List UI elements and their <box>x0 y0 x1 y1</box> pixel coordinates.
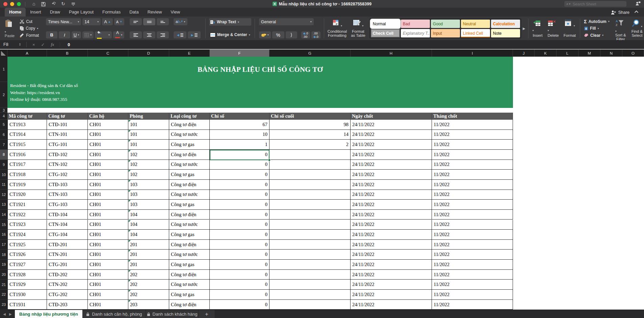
conditional-formatting-button[interactable]: ≠ ▾ ConditionalFormatting <box>326 18 349 38</box>
decrease-decimal-button[interactable]: .00◆.0 <box>311 31 320 38</box>
row-header-11[interactable]: 11 <box>0 180 7 190</box>
enter-icon[interactable]: ✓ <box>41 42 45 47</box>
cell[interactable]: CTG-202 <box>47 290 88 300</box>
cell[interactable]: 104 <box>128 210 169 220</box>
font-size-select[interactable]: 14▾ <box>82 18 101 25</box>
cell[interactable]: CH01 <box>88 220 128 230</box>
cell[interactable]: CTĐ-101 <box>47 120 88 130</box>
cell[interactable]: 24/11/2022 <box>351 220 432 230</box>
row-header-21[interactable]: 21 <box>0 280 7 290</box>
cell[interactable] <box>269 150 351 160</box>
cell[interactable]: 11/2022 <box>432 190 513 200</box>
cell[interactable]: CTĐ-102 <box>47 150 88 160</box>
cell[interactable]: 24/11/2022 <box>351 300 432 310</box>
cell[interactable]: CTN-101 <box>47 130 88 140</box>
sheet-tab[interactable]: Danh sách khách hàng <box>146 310 199 318</box>
cell[interactable]: 11/2022 <box>432 270 513 280</box>
paste-button[interactable]: ▾ Paste <box>3 18 16 38</box>
row-header-5[interactable]: 5 <box>0 120 7 130</box>
cell[interactable]: 103 <box>128 190 169 200</box>
cell[interactable]: CH01 <box>88 140 128 150</box>
row-header-13[interactable]: 13 <box>0 200 7 210</box>
minimize-window-button[interactable] <box>10 2 14 6</box>
cell[interactable]: CT1926 <box>7 250 47 260</box>
autosum-button[interactable]: Σ AutoSum▾ <box>583 18 611 25</box>
cell[interactable]: 11/2022 <box>432 290 513 300</box>
cell[interactable]: 202 <box>128 270 169 280</box>
cell[interactable] <box>269 200 351 210</box>
align-left-button[interactable] <box>130 31 142 38</box>
column-header-J[interactable]: J <box>513 50 535 57</box>
cell[interactable]: CTG-104 <box>47 230 88 240</box>
align-top-button[interactable] <box>130 18 142 25</box>
copy-button[interactable]: Copy▾ <box>19 25 40 32</box>
cell-style-normal[interactable]: Normal <box>371 20 400 28</box>
cell[interactable]: 0 <box>210 250 269 260</box>
cell[interactable] <box>269 250 351 260</box>
cell[interactable]: Công tơ nước <box>169 220 210 230</box>
cell[interactable]: CT1923 <box>7 220 47 230</box>
cell[interactable]: CH01 <box>88 290 128 300</box>
name-box-stepper[interactable]: ▲▼ <box>19 43 21 46</box>
ribbon-tab-insert[interactable]: Insert <box>26 8 46 17</box>
cell[interactable]: CT1915 <box>7 140 47 150</box>
row-header-4[interactable]: 4 <box>0 113 7 120</box>
insert-cells-button[interactable]: ▾ Insert <box>531 18 544 38</box>
row-header-18[interactable]: 18 <box>0 250 7 260</box>
cell[interactable]: 24/11/2022 <box>351 120 432 130</box>
row-header-20[interactable]: 20 <box>0 270 7 280</box>
prev-sheet-arrow-icon[interactable]: ◀ <box>3 312 6 316</box>
row-header-3[interactable]: 3 <box>0 108 7 113</box>
cell[interactable] <box>269 280 351 290</box>
row-header-10[interactable]: 10 <box>0 170 7 180</box>
row-header-15[interactable]: 15 <box>0 220 7 230</box>
format-as-table-button[interactable]: ▾ Formatas Table <box>350 18 367 38</box>
delete-cells-button[interactable]: ✕ ▾ Delete <box>546 18 560 38</box>
cell[interactable]: CTN-102 <box>47 160 88 170</box>
cell[interactable]: 24/11/2022 <box>351 180 432 190</box>
collapse-ribbon-button[interactable] <box>634 8 639 17</box>
cell[interactable]: CH01 <box>88 250 128 260</box>
name-box[interactable]: F8 <box>0 42 19 47</box>
row-header-19[interactable]: 19 <box>0 260 7 270</box>
column-header-H[interactable]: H <box>351 50 432 57</box>
cell[interactable] <box>269 240 351 250</box>
cell[interactable]: Công tơ điện <box>169 150 210 160</box>
cell[interactable]: 0 <box>210 220 269 230</box>
row-header-7[interactable]: 7 <box>0 140 7 150</box>
next-sheet-arrow-icon[interactable]: ▶ <box>9 312 12 316</box>
row-header-22[interactable]: 22 <box>0 290 7 300</box>
row-header-1[interactable]: 1 <box>0 57 7 82</box>
cell[interactable]: 11/2022 <box>432 180 513 190</box>
clear-button[interactable]: Clear▾ <box>583 32 611 38</box>
orientation-button[interactable]: ab↗▾ <box>174 18 187 25</box>
zoom-window-button[interactable] <box>17 2 21 6</box>
percent-format-button[interactable]: % <box>272 31 284 38</box>
cell[interactable]: 104 <box>128 230 169 240</box>
cell[interactable]: 102 <box>128 170 169 180</box>
cell[interactable]: CTĐ-104 <box>47 210 88 220</box>
row-header-23[interactable]: 23 <box>0 300 7 310</box>
increase-indent-button[interactable]: ▶ <box>188 31 201 38</box>
cell[interactable]: 11/2022 <box>432 260 513 270</box>
cell[interactable]: CH01 <box>88 150 128 160</box>
search-sheet-box[interactable]: ⌕ ▾ <box>564 1 626 7</box>
column-header-O[interactable]: O <box>622 50 644 57</box>
cell[interactable]: 103 <box>128 180 169 190</box>
contact-icon[interactable] <box>635 1 641 7</box>
decrease-indent-button[interactable]: ◀ <box>174 31 186 38</box>
column-header-A[interactable]: A <box>7 50 47 57</box>
cell[interactable]: 24/11/2022 <box>351 270 432 280</box>
cell[interactable]: 201 <box>128 240 169 250</box>
column-header-B[interactable]: B <box>47 50 88 57</box>
cell[interactable]: 11/2022 <box>432 300 513 310</box>
cell[interactable]: 0 <box>210 180 269 190</box>
home-toolbar-icon[interactable]: ⌂ <box>32 0 35 8</box>
cell[interactable]: CTN-201 <box>47 250 88 260</box>
cell[interactable]: 0 <box>210 280 269 290</box>
cell-style-bad[interactable]: Bad <box>401 20 430 28</box>
cell[interactable]: 104 <box>128 220 169 230</box>
cell[interactable]: 0 <box>210 260 269 270</box>
align-middle-button[interactable] <box>143 18 155 25</box>
cell[interactable]: 11/2022 <box>432 130 513 140</box>
